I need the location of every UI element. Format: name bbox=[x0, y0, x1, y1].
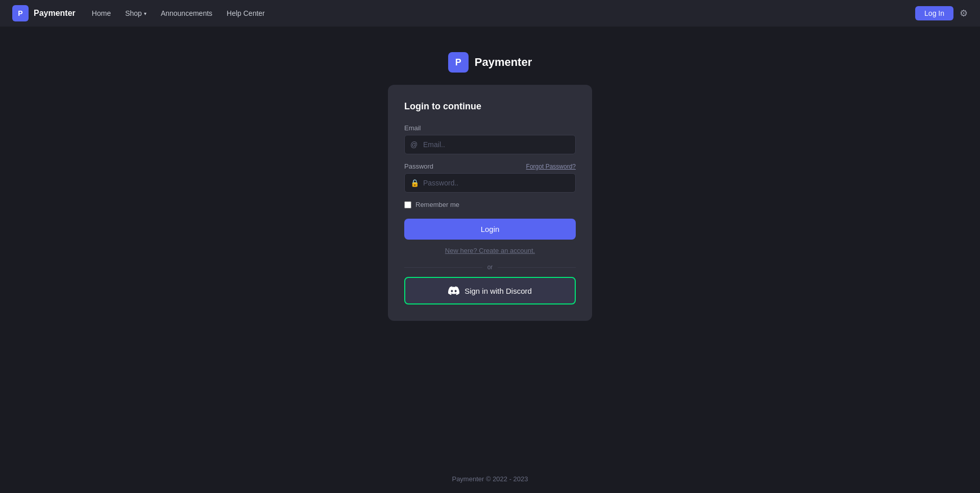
login-card: Login to continue Email @ Password Forgo… bbox=[388, 85, 592, 321]
email-label: Email bbox=[404, 124, 576, 132]
login-button[interactable]: Login bbox=[404, 219, 576, 240]
email-group: Email @ bbox=[404, 124, 576, 154]
brand-logo[interactable]: P Paymenter bbox=[12, 5, 76, 21]
email-input-wrapper: @ bbox=[404, 135, 576, 154]
divider-row: or bbox=[404, 264, 576, 271]
password-group: Password Forgot Password? 🔒 bbox=[404, 162, 576, 193]
email-input[interactable] bbox=[404, 135, 576, 154]
brand-name-large: Paymenter bbox=[475, 56, 532, 69]
nav-login-button[interactable]: Log In bbox=[915, 6, 953, 20]
forgot-password-link[interactable]: Forgot Password? bbox=[526, 163, 576, 170]
chevron-down-icon: ▾ bbox=[144, 11, 146, 16]
create-account-link[interactable]: New here? Create an account. bbox=[404, 247, 576, 254]
discord-icon bbox=[448, 285, 459, 296]
footer-text: Paymenter © 2022 - 2023 bbox=[452, 475, 528, 483]
remember-me-checkbox[interactable] bbox=[404, 201, 411, 208]
divider-line-left bbox=[404, 267, 482, 268]
discord-button-label: Sign in with Discord bbox=[464, 287, 532, 295]
navbar-right: Log In ⚙ bbox=[915, 6, 968, 20]
nav-help-center[interactable]: Help Center bbox=[227, 9, 265, 17]
brand-icon-large: P bbox=[448, 52, 469, 73]
nav-announcements[interactable]: Announcements bbox=[161, 9, 212, 17]
login-title: Login to continue bbox=[404, 101, 576, 112]
brand-header: P Paymenter bbox=[448, 52, 532, 73]
divider-text: or bbox=[487, 264, 493, 271]
password-input-wrapper: 🔒 bbox=[404, 173, 576, 193]
divider-line-right bbox=[498, 267, 576, 268]
password-input[interactable] bbox=[404, 173, 576, 193]
brand-icon: P bbox=[12, 5, 29, 21]
remember-row: Remember me bbox=[404, 201, 576, 208]
navbar-nav: Home Shop ▾ Announcements Help Center bbox=[92, 9, 899, 17]
footer: Paymenter © 2022 - 2023 bbox=[0, 465, 980, 493]
password-label: Password bbox=[404, 162, 433, 170]
brand-name: Paymenter bbox=[34, 9, 76, 18]
settings-icon[interactable]: ⚙ bbox=[960, 8, 968, 19]
navbar: P Paymenter Home Shop ▾ Announcements He… bbox=[0, 0, 980, 27]
nav-home[interactable]: Home bbox=[92, 9, 111, 17]
password-label-row: Password Forgot Password? bbox=[404, 162, 576, 170]
discord-signin-button[interactable]: Sign in with Discord bbox=[404, 277, 576, 304]
remember-me-label[interactable]: Remember me bbox=[415, 201, 459, 208]
main-content: P Paymenter Login to continue Email @ Pa… bbox=[0, 27, 980, 465]
nav-shop[interactable]: Shop ▾ bbox=[125, 9, 146, 17]
